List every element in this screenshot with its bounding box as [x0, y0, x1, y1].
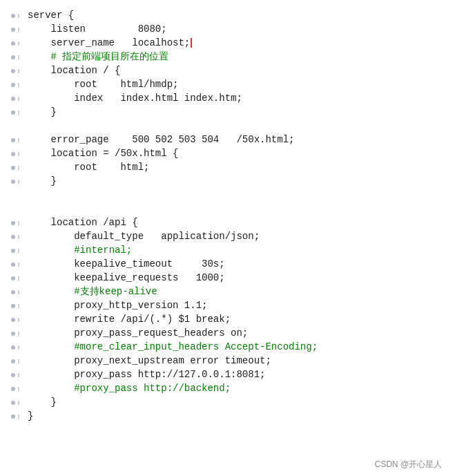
gutter-dot: [11, 138, 15, 142]
gutter-dot: [11, 249, 15, 253]
gutter-dot: [11, 263, 15, 267]
gutter-dot: [11, 332, 15, 336]
code-line: }: [0, 105, 453, 119]
code-line: #more_clear_input_headers Accept-Encodin…: [0, 340, 453, 354]
code-line: server_name localhost;: [0, 36, 453, 50]
line-content: location /api {: [25, 216, 453, 229]
gutter-dot: [11, 318, 15, 322]
token-normal: location /api {: [51, 217, 138, 228]
code-line: location /api {: [0, 216, 453, 229]
line-gutter: [0, 69, 19, 73]
token-normal: location = /50x.html {: [51, 148, 179, 159]
token-normal: server_name localhost;: [51, 37, 191, 48]
token-normal: default_type application/json;: [74, 231, 260, 242]
line-content: keepalive_timeout 30s;: [25, 257, 453, 271]
gutter-dot: [11, 55, 15, 59]
token-normal: }: [28, 410, 33, 421]
line-gutter: [0, 276, 19, 280]
code-line: proxy_pass http://127.0.0.1:8081;: [0, 368, 453, 381]
line-content: proxy_pass http://127.0.0.1:8081;: [25, 368, 453, 381]
line-content: server {: [25, 8, 453, 22]
token-comment: #支持keep-alive: [74, 286, 157, 297]
line-gutter: [0, 318, 19, 322]
code-line: #internal;: [0, 243, 453, 257]
gutter-dot: [11, 276, 15, 280]
line-content: # 指定前端项目所在的位置: [25, 50, 453, 64]
code-line: }: [0, 174, 453, 188]
line-content: #internal;: [25, 243, 453, 257]
code-line: }: [0, 409, 453, 423]
gutter-dot: [11, 290, 15, 294]
token-normal: root html;: [74, 162, 149, 173]
token-comment: #proxy_pass http://backend;: [74, 383, 231, 394]
code-line: server {: [0, 8, 453, 22]
gutter-dot: [11, 387, 15, 391]
line-gutter: [0, 138, 19, 142]
code-line: [0, 119, 453, 133]
gutter-dot: [11, 345, 15, 350]
line-content: #more_clear_input_headers Accept-Encodin…: [25, 340, 453, 354]
line-content: keepalive_requests 1000;: [25, 271, 453, 285]
code-line: #proxy_pass http://backend;: [0, 381, 453, 395]
gutter-dot: [11, 97, 15, 101]
line-content: proxy_http_version 1.1;: [25, 298, 453, 312]
line-content: server_name localhost;: [25, 36, 453, 50]
line-gutter: [0, 373, 19, 377]
gutter-dot: [11, 41, 15, 46]
code-line: proxy_next_upstream error timeout;: [0, 354, 453, 368]
line-gutter: [0, 235, 19, 239]
code-line: #支持keep-alive: [0, 285, 453, 298]
token-normal: server {: [28, 10, 74, 21]
token-normal: root html/hmdp;: [74, 79, 178, 90]
gutter-dot: [11, 415, 15, 419]
line-gutter: [0, 180, 19, 184]
code-line: }: [0, 395, 453, 409]
line-gutter: [0, 14, 19, 18]
line-content: location = /50x.html {: [25, 146, 453, 160]
line-content: }: [25, 409, 453, 423]
line-content: #proxy_pass http://backend;: [25, 381, 453, 395]
gutter-dot: [11, 373, 15, 377]
line-content: }: [25, 105, 453, 119]
gutter-dot: [11, 83, 15, 87]
token-normal: proxy_http_version 1.1;: [74, 300, 207, 311]
line-gutter: [0, 152, 19, 156]
code-line: rewrite /api/(.*) $1 break;: [0, 312, 453, 326]
token-comment: # 指定前端项目所在的位置: [51, 51, 169, 62]
line-content: root html;: [25, 160, 453, 174]
token-normal: listen 8080;: [51, 23, 167, 35]
code-line: location = /50x.html {: [0, 146, 453, 160]
code-line: location / {: [0, 64, 453, 77]
token-comment: #internal;: [74, 245, 132, 256]
code-line: [0, 188, 453, 202]
line-content: error_page 500 502 503 504 /50x.html;: [25, 133, 453, 146]
line-gutter: [0, 387, 19, 391]
line-content: listen 8080;: [25, 22, 453, 36]
gutter-dot: [11, 401, 15, 405]
line-gutter: [0, 345, 19, 350]
line-content: rewrite /api/(.*) $1 break;: [25, 312, 453, 326]
line-content: proxy_next_upstream error timeout;: [25, 354, 453, 368]
token-normal: proxy_next_upstream error timeout;: [74, 355, 271, 366]
line-gutter: [0, 97, 19, 101]
token-normal: }: [51, 175, 57, 187]
footer-text: CSDN @开心星人: [374, 459, 442, 470]
line-gutter: [0, 263, 19, 267]
line-content: index index.html index.htm;: [25, 91, 453, 105]
token-normal: rewrite /api/(.*) $1 break;: [74, 314, 231, 325]
token-normal: }: [51, 106, 57, 117]
code-line: [0, 202, 453, 216]
line-gutter: [0, 401, 19, 405]
line-gutter: [0, 28, 19, 32]
code-container: server { listen 8080; server_name localh…: [0, 0, 453, 476]
gutter-dot: [11, 359, 15, 363]
text-cursor: [191, 38, 192, 48]
line-gutter: [0, 332, 19, 336]
gutter-dot: [11, 152, 15, 156]
line-content: default_type application/json;: [25, 229, 453, 243]
code-line: proxy_pass_request_headers on;: [0, 326, 453, 340]
line-gutter: [0, 415, 19, 419]
code-line: error_page 500 502 503 504 /50x.html;: [0, 133, 453, 146]
code-line: root html;: [0, 160, 453, 174]
gutter-dot: [11, 221, 15, 225]
